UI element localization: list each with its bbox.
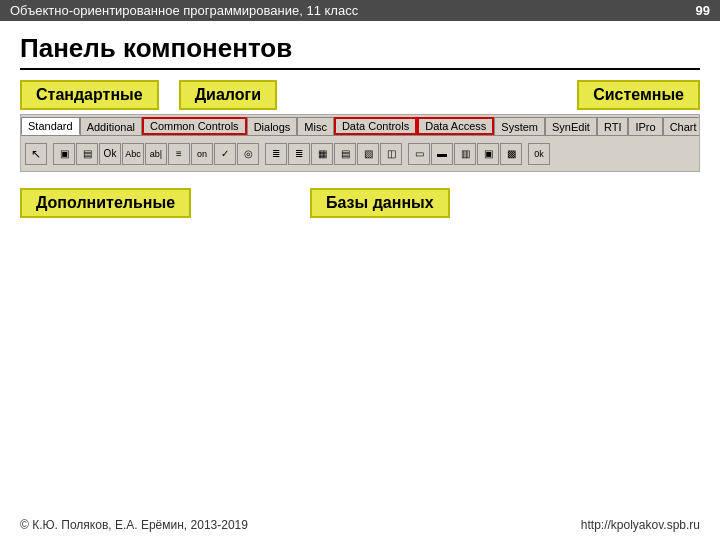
label-bazy[interactable]: Базы данных: [310, 188, 450, 218]
icon-7[interactable]: ≣: [265, 143, 287, 165]
icon-4[interactable]: ≡: [168, 143, 190, 165]
tab-data-controls[interactable]: Data Controls: [334, 117, 417, 135]
website: http://kpolyakov.spb.ru: [581, 518, 700, 532]
copyright: © К.Ю. Поляков, Е.А. Ерёмин, 2013-2019: [20, 518, 248, 532]
main-content: Панель компонентов Стандартные Диалоги С…: [0, 21, 720, 230]
page-number: 99: [696, 3, 710, 18]
sep1: [48, 143, 52, 165]
footer: © К.Ю. Поляков, Е.А. Ерёмин, 2013-2019 h…: [0, 518, 720, 532]
tab-common-controls[interactable]: Common Controls: [142, 117, 247, 135]
labels-top-row: Стандартные Диалоги Системные: [20, 80, 700, 110]
sep3: [403, 143, 407, 165]
sep4: [523, 143, 527, 165]
icon-8[interactable]: ≣: [288, 143, 310, 165]
page-title: Панель компонентов: [20, 33, 700, 70]
icon-15[interactable]: ▥: [454, 143, 476, 165]
icon-abc[interactable]: Abc: [122, 143, 144, 165]
tab-additional[interactable]: Additional: [80, 117, 142, 135]
tab-standard[interactable]: Standard: [21, 117, 80, 135]
icon-17[interactable]: ▩: [500, 143, 522, 165]
icon-ab[interactable]: ab|: [145, 143, 167, 165]
tab-chart[interactable]: Chart: [663, 117, 700, 135]
icon-16[interactable]: ▣: [477, 143, 499, 165]
icon-10[interactable]: ▤: [334, 143, 356, 165]
tab-misc[interactable]: Misc: [297, 117, 334, 135]
icon-18[interactable]: 0k: [528, 143, 550, 165]
sep2: [260, 143, 264, 165]
course-title: Объектно-ориентированное программировани…: [10, 3, 358, 18]
icon-on[interactable]: on: [191, 143, 213, 165]
top-bar: Объектно-ориентированное программировани…: [0, 0, 720, 21]
tab-system[interactable]: System: [494, 117, 545, 135]
tab-data-access[interactable]: Data Access: [417, 117, 494, 135]
component-palette: Standard Additional Common Controls Dial…: [20, 114, 700, 172]
icon-3[interactable]: Ok: [99, 143, 121, 165]
icon-6[interactable]: ◎: [237, 143, 259, 165]
icon-14[interactable]: ▬: [431, 143, 453, 165]
icon-12[interactable]: ◫: [380, 143, 402, 165]
tab-rti[interactable]: RTI: [597, 117, 629, 135]
cursor-icon[interactable]: ↖: [25, 143, 47, 165]
tab-ipro[interactable]: IPro: [628, 117, 662, 135]
icon-2[interactable]: ▤: [76, 143, 98, 165]
icon-9[interactable]: ▦: [311, 143, 333, 165]
palette-tabs: Standard Additional Common Controls Dial…: [21, 115, 699, 135]
icon-13[interactable]: ▭: [408, 143, 430, 165]
labels-bottom-row: Дополнительные Базы данных: [20, 188, 700, 218]
icon-1[interactable]: ▣: [53, 143, 75, 165]
label-dialogi[interactable]: Диалоги: [179, 80, 277, 110]
tab-synedit[interactable]: SynEdit: [545, 117, 597, 135]
palette-icons-row: ↖ ▣ ▤ Ok Abc ab| ≡ on ✓ ◎ ≣ ≣ ▦ ▤ ▧ ◫ ▭ …: [21, 135, 699, 171]
icon-5[interactable]: ✓: [214, 143, 236, 165]
label-sistemnye[interactable]: Системные: [577, 80, 700, 110]
icon-11[interactable]: ▧: [357, 143, 379, 165]
tab-dialogs[interactable]: Dialogs: [247, 117, 298, 135]
label-standart[interactable]: Стандартные: [20, 80, 159, 110]
label-dopolnitelnye[interactable]: Дополнительные: [20, 188, 191, 218]
